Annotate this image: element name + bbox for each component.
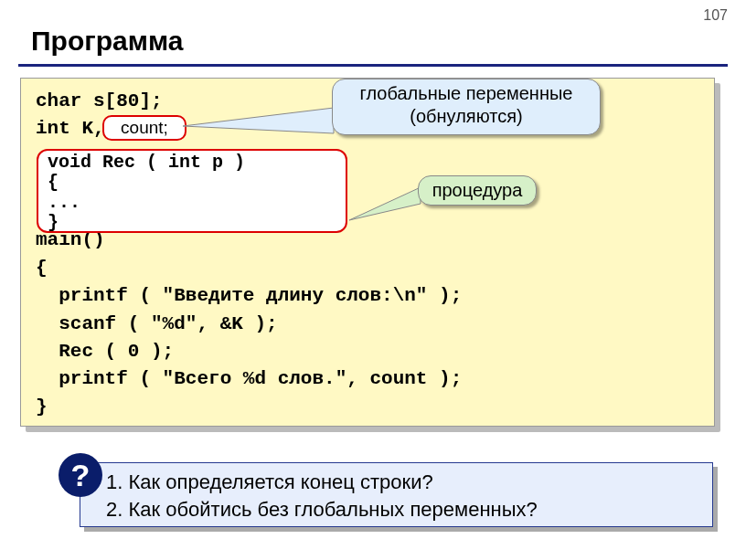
question-1: 1. Как определяется конец строки? bbox=[106, 469, 703, 496]
question-box: 1. Как определяется конец строки? 2. Как… bbox=[80, 462, 713, 527]
code-after-rec: main() { printf ( "Введите длину слов:\n… bbox=[36, 229, 462, 417]
svg-marker-0 bbox=[183, 108, 334, 133]
callout-procedure-text: процедура bbox=[432, 180, 523, 200]
question-2: 2. Как обойтись без глобальных переменны… bbox=[106, 496, 703, 523]
question-mark-icon: ? bbox=[59, 453, 102, 497]
count-highlight-box: count; bbox=[102, 115, 186, 141]
callout-procedure: процедура bbox=[418, 175, 537, 206]
title-rule bbox=[18, 64, 728, 67]
callout-tail-procedure bbox=[349, 187, 421, 224]
page-number: 107 bbox=[703, 7, 728, 24]
callout-globals: глобальные переменные (обнуляются) bbox=[332, 79, 601, 135]
code-line-2: int K, bbox=[36, 118, 105, 139]
callout-tail-globals bbox=[183, 108, 334, 144]
page-title: Программа bbox=[31, 26, 183, 57]
rec-procedure-box: void Rec ( int p ) { ... } bbox=[37, 149, 347, 233]
callout-globals-text: глобальные переменные (обнуляются) bbox=[333, 82, 600, 128]
code-line-1: char s[80]; bbox=[36, 90, 163, 111]
svg-marker-1 bbox=[349, 187, 421, 220]
